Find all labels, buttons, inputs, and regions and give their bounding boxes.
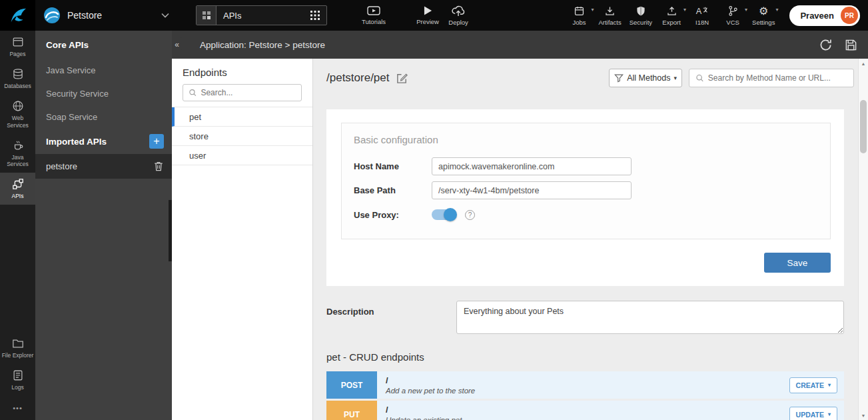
- soap-service-label: Soap Service: [46, 112, 97, 122]
- use-proxy-label: Use Proxy:: [354, 210, 432, 220]
- detail-header: /petstore/pet All Methods ▾: [313, 59, 858, 88]
- update-action-label: UPDATE: [796, 411, 824, 419]
- tutorials-label: Tutorials: [362, 18, 386, 25]
- endpoint-item-store[interactable]: store: [172, 127, 312, 146]
- add-api-button[interactable]: +: [149, 134, 164, 149]
- host-name-input[interactable]: [432, 157, 632, 175]
- method-search-input[interactable]: [708, 73, 847, 83]
- sidebar-item-file-explorer[interactable]: File Explorer: [0, 332, 35, 364]
- security-button[interactable]: Security: [626, 0, 656, 31]
- apis-label: APIs: [12, 193, 24, 199]
- chevron-down-icon: ▾: [683, 7, 686, 13]
- user-name: Praveen: [800, 11, 834, 21]
- collapse-icon: «: [175, 40, 179, 49]
- collapse-sidebar-button[interactable]: «: [172, 37, 182, 51]
- project-icon: [43, 7, 61, 24]
- endpoints-panel: Endpoints pet store user: [172, 59, 313, 420]
- appbar-actions: [819, 38, 857, 52]
- scrollbar-thumb[interactable]: [860, 100, 867, 153]
- more-icon[interactable]: •••: [0, 396, 35, 420]
- sidebar-item-logs[interactable]: Logs: [0, 364, 35, 396]
- security-label: Security: [630, 19, 652, 26]
- chevron-down-icon: ▾: [745, 7, 747, 13]
- scroll-up-icon[interactable]: ▲: [859, 59, 868, 68]
- sidebar-item-java-services[interactable]: Java Services: [0, 134, 35, 173]
- search-icon: [189, 88, 197, 97]
- save-button[interactable]: Save: [764, 253, 831, 273]
- chevron-down-icon: ▾: [775, 7, 778, 13]
- endpoint-info: / Add a new pet to the store: [386, 375, 475, 395]
- create-action-label: CREATE: [796, 381, 824, 389]
- trash-icon[interactable]: [153, 161, 164, 172]
- settings-button[interactable]: ⚙ ▾ Settings: [748, 0, 779, 31]
- preview-button[interactable]: Preview: [412, 0, 443, 31]
- folder-icon: [12, 337, 24, 349]
- method-search: [689, 69, 854, 87]
- refresh-button[interactable]: [819, 38, 833, 52]
- export-label: Export: [662, 19, 680, 26]
- i18n-button[interactable]: A I18N: [687, 0, 717, 31]
- help-icon[interactable]: ?: [465, 210, 475, 220]
- endpoint-item-pet[interactable]: pet: [172, 107, 312, 127]
- sidebar-item-databases[interactable]: Databases: [0, 63, 35, 95]
- i18n-icon: A: [695, 5, 709, 17]
- deploy-button[interactable]: Deploy: [443, 0, 474, 31]
- tool-actions: ▾ Jobs Artifacts Security: [564, 0, 779, 31]
- databases-label: Databases: [4, 83, 31, 89]
- user-label: user: [189, 151, 206, 161]
- jobs-icon: [574, 5, 585, 17]
- globe-icon: [12, 100, 24, 112]
- sidebar-item-soap-service[interactable]: Soap Service: [35, 105, 172, 129]
- export-button[interactable]: ▾ Export: [656, 0, 687, 31]
- edit-icon[interactable]: [396, 72, 408, 85]
- endpoint-item-user[interactable]: user: [172, 146, 312, 165]
- sidebar-item-security-service[interactable]: Security Service: [35, 82, 172, 105]
- method-badge-post: POST: [326, 371, 377, 399]
- endpoint-row-post[interactable]: POST / Add a new pet to the store CREATE…: [326, 371, 844, 399]
- create-action-button[interactable]: CREATE ▾: [789, 377, 837, 393]
- methods-filter-select[interactable]: All Methods ▾: [609, 69, 682, 87]
- endpoint-row-put[interactable]: PUT / Update an existing pet UPDATE ▾: [326, 401, 844, 420]
- sidebar-item-pages[interactable]: Pages: [0, 31, 35, 63]
- module-selector[interactable]: APIs: [196, 5, 327, 25]
- page-title: /petstore/pet: [326, 71, 390, 85]
- sidebar-item-java-service[interactable]: Java Service: [35, 59, 172, 82]
- endpoint-info: / Update an existing pet: [386, 405, 462, 420]
- tutorials-button[interactable]: Tutorials: [358, 0, 390, 31]
- module-grid-icon: [197, 6, 217, 25]
- store-label: store: [189, 131, 209, 141]
- jobs-button[interactable]: ▾ Jobs: [564, 0, 594, 31]
- save-project-button[interactable]: [845, 39, 857, 51]
- scrollbar[interactable]: ▲ ▼: [858, 59, 868, 420]
- description-textarea[interactable]: Everything about your Pets: [456, 301, 844, 334]
- project-selector[interactable]: Petstore: [35, 0, 179, 31]
- sidebar-scrollbar-thumb[interactable]: [169, 200, 172, 261]
- vcs-button[interactable]: ▾ VCS: [717, 0, 748, 31]
- base-path-label: Base Path: [354, 185, 432, 195]
- api-explorer-panel: Core APIs Java Service Security Service …: [35, 31, 172, 420]
- scroll-down-icon[interactable]: ▼: [859, 411, 868, 420]
- sidebar-item-apis[interactable]: APIs: [0, 173, 35, 205]
- chevron-down-icon: [161, 13, 169, 18]
- java-service-label: Java Service: [46, 65, 95, 75]
- apps-grid-icon[interactable]: [304, 11, 326, 20]
- pages-icon: [12, 36, 24, 48]
- sidebar-item-web-services[interactable]: Web Services: [0, 95, 35, 133]
- artifacts-button[interactable]: Artifacts: [594, 0, 625, 31]
- deploy-label: Deploy: [448, 19, 468, 26]
- cloud-upload-icon: [451, 5, 466, 17]
- core-apis-header: Core APIs: [35, 31, 172, 59]
- user-menu[interactable]: Praveen PR: [789, 5, 860, 26]
- settings-label: Settings: [752, 19, 775, 26]
- module-label: APIs: [217, 11, 304, 21]
- base-path-input[interactable]: [432, 181, 632, 199]
- endpoints-search-input[interactable]: [201, 88, 296, 97]
- file-explorer-label: File Explorer: [2, 352, 34, 359]
- update-action-button[interactable]: UPDATE ▾: [789, 407, 837, 420]
- description-label: Description: [326, 301, 456, 334]
- wavemaker-logo[interactable]: [0, 0, 35, 31]
- host-name-row: Host Name: [354, 157, 830, 175]
- use-proxy-toggle[interactable]: [432, 209, 456, 220]
- sidebar-item-petstore[interactable]: petstore: [35, 154, 172, 179]
- chevron-down-icon: ▾: [591, 7, 594, 13]
